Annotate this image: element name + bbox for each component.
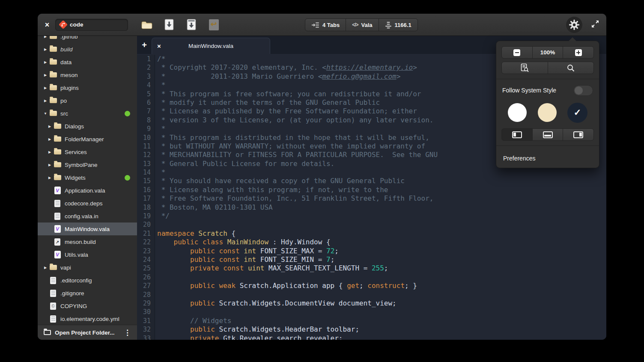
tree-item-codecore-deps[interactable]: codecore.deps <box>38 197 137 210</box>
code-line[interactable]: 17 * Free Software Foundation, Inc., 51 … <box>137 194 606 203</box>
code-line[interactable]: 22 public class MainWindow : Hdy.Window … <box>137 238 606 246</box>
fullscreen-button[interactable] <box>591 20 599 30</box>
settings-menu-button[interactable] <box>566 17 582 33</box>
open-project-folder-button[interactable]: Open Project Folder... ⋮ <box>38 325 137 340</box>
goto-line-button[interactable]: 1166.1 <box>379 18 418 31</box>
folder-icon <box>49 72 57 77</box>
tree-item-plugins[interactable]: ▶plugins <box>38 81 137 94</box>
tree-item-services[interactable]: ▶Services <box>38 145 137 158</box>
code-line[interactable]: 18 * Boston, MA 02110-1301 USA <box>137 203 606 212</box>
expand-arrow-icon[interactable]: ▶ <box>42 73 49 77</box>
tree-item-widgets[interactable]: ▶Widgets <box>38 171 137 184</box>
collapse-arrow-icon[interactable]: ▼ <box>42 112 49 116</box>
zoom-in-button[interactable] <box>563 46 594 59</box>
window-close-icon[interactable]: × <box>43 21 51 29</box>
code-line[interactable]: 16 * License along with this program; if… <box>137 186 606 194</box>
tree-item-utils-vala[interactable]: VUtils.vala <box>38 248 137 261</box>
code-text: * 2011-2013 Mario Guerriero <mefrio.g@gm… <box>155 72 400 81</box>
expand-arrow-icon[interactable]: ▶ <box>46 125 53 128</box>
layout-sidebar-left-button[interactable] <box>501 128 533 141</box>
code-text: * This program is free software; you can… <box>155 90 421 98</box>
expand-arrow-icon[interactable]: ▶ <box>42 86 49 90</box>
tree-item-src[interactable]: ▼src <box>38 107 137 120</box>
tree-item--editorconfig[interactable]: .editorconfig <box>38 274 137 287</box>
line-number: 10 <box>137 134 155 142</box>
tree-item-dialogs[interactable]: ▶Dialogs <box>38 120 137 133</box>
code-line[interactable]: 26 <box>137 273 606 282</box>
tree-item-symbolpane[interactable]: ▶SymbolPane <box>38 158 137 171</box>
tree-item-application-vala[interactable]: VApplication.vala <box>38 184 137 197</box>
find-button[interactable] <box>548 62 594 74</box>
code-line[interactable]: 33 private Gtk.Revealer search_revealer; <box>137 334 606 340</box>
expand-arrow-icon[interactable]: ▶ <box>46 163 53 167</box>
tree-item-po[interactable]: ▶po <box>38 94 137 107</box>
language-button[interactable]: </> Vala <box>346 18 379 31</box>
new-tab-button[interactable]: + <box>137 36 152 54</box>
code-text: public class MainWindow : Hdy.Window { <box>155 238 331 246</box>
project-chooser-button[interactable]: code <box>55 19 128 31</box>
expand-arrow-icon[interactable]: ▶ <box>42 47 49 51</box>
tab-close-icon[interactable]: × <box>157 42 164 50</box>
code-line[interactable]: 19 */ <box>137 212 606 220</box>
code-text: public Scratch.Widgets.HeaderBar toolbar… <box>155 325 359 334</box>
vala-file-icon: V <box>53 251 62 258</box>
tree-item-label: build <box>60 46 73 53</box>
tree-item-meson[interactable]: ▶meson <box>38 68 137 81</box>
code-line[interactable]: 20 <box>137 220 606 229</box>
tree-item-config-vala-in[interactable]: config.vala.in <box>38 210 137 223</box>
preferences-menu-item[interactable]: Preferences <box>501 151 594 168</box>
code-line[interactable]: 32 public Scratch.Widgets.HeaderBar tool… <box>137 325 606 334</box>
tree-item-meson-build[interactable]: ↗meson.build <box>38 235 137 248</box>
code-text <box>155 273 157 282</box>
tree-item-build[interactable]: ▶build <box>38 43 137 56</box>
expand-arrow-icon[interactable]: ▶ <box>46 137 53 141</box>
code-text: * General Public License for more detail… <box>155 160 334 168</box>
tree-item-vapi[interactable]: ▶vapi <box>38 261 137 274</box>
open-folder-icon[interactable] <box>140 18 153 31</box>
zoom-level[interactable]: 100% <box>532 46 564 59</box>
line-number: 30 <box>137 308 155 316</box>
expand-arrow-icon[interactable]: ▶ <box>42 99 49 103</box>
code-line[interactable]: 21namespace Scratch { <box>137 229 606 238</box>
expand-arrow-icon[interactable]: ▶ <box>46 150 53 154</box>
code-line[interactable]: 14 * <box>137 168 606 177</box>
style-dark-button[interactable]: ✓ <box>567 103 587 123</box>
line-number: 23 <box>137 247 155 255</box>
code-line[interactable]: 15 * You should have received a copy of … <box>137 177 606 185</box>
style-sepia-button[interactable] <box>538 103 557 122</box>
zoom-out-button[interactable] <box>501 46 533 59</box>
layout-bottom-panel-button[interactable] <box>532 128 564 141</box>
code-line[interactable]: 29 public Scratch.Widgets.DocumentView d… <box>137 299 606 308</box>
code-line[interactable]: 23 public const int FONT_SIZE_MAX = 72; <box>137 247 606 255</box>
find-in-files-button[interactable] <box>501 62 548 74</box>
tree-item-data[interactable]: ▶data <box>38 56 137 68</box>
expand-arrow-icon[interactable]: ▶ <box>46 176 53 180</box>
tree-item-io-elementary-code-yml[interactable]: io.elementary.code.yml <box>38 312 137 325</box>
tree-item--gitignore[interactable]: .gitignore <box>38 287 137 300</box>
style-light-button[interactable] <box>508 103 527 122</box>
save-document-icon[interactable] <box>163 18 176 31</box>
tree-item--github[interactable]: ▶.github <box>38 36 137 43</box>
code-line[interactable]: 25 private const uint MAX_SEARCH_TEXT_LE… <box>137 264 606 273</box>
tree-item-foldermanager[interactable]: ▶FolderManager <box>38 133 137 145</box>
code-line[interactable]: 30 <box>137 308 606 316</box>
code-text: * modify it under the terms of the GNU G… <box>155 98 380 107</box>
code-line[interactable]: 31 // Widgets <box>137 317 606 325</box>
git-branch-icon <box>59 20 68 29</box>
expand-arrow-icon[interactable]: ▶ <box>42 60 49 64</box>
expand-arrow-icon[interactable]: ▶ <box>42 266 49 270</box>
code-line[interactable]: 27 public weak Scratch.Application app {… <box>137 282 606 290</box>
tree-item-mainwindow-vala[interactable]: VMainWindow.vala <box>38 223 137 235</box>
follow-system-style-toggle[interactable] <box>573 85 593 96</box>
tab-mainwindow-vala[interactable]: × MainWindow.vala <box>152 38 270 54</box>
overflow-menu-icon[interactable]: ⋮ <box>122 329 133 336</box>
expand-arrow-icon[interactable]: ▶ <box>42 36 49 39</box>
tree-item-copying[interactable]: ©COPYING <box>38 300 137 312</box>
code-line[interactable]: 24 public const int FONT_SIZE_MIN = 7; <box>137 255 606 264</box>
code-line[interactable]: 28 <box>137 291 606 299</box>
tab-overview-button[interactable]: 4 Tabs <box>305 18 346 31</box>
find-control <box>501 62 594 74</box>
save-as-document-icon[interactable] <box>185 18 198 31</box>
folder-icon <box>53 162 62 167</box>
layout-sidebar-right-button[interactable] <box>563 128 594 141</box>
